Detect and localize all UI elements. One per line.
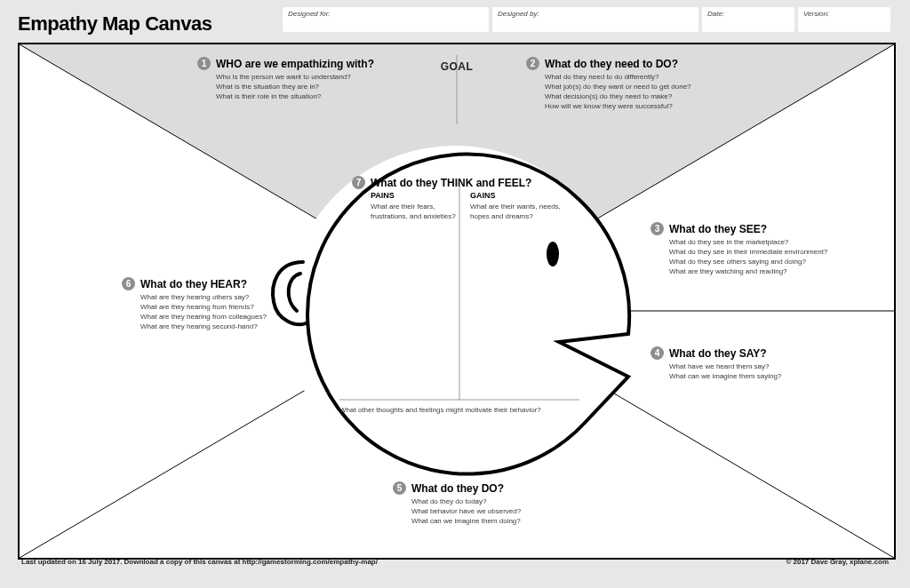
- s6-q3: What are they hearing from colleagues?: [140, 312, 317, 322]
- s6-q4: What are they hearing second-hand?: [140, 322, 317, 331]
- s7-bottom: What other thoughts and feelings might m…: [339, 405, 588, 415]
- bullet-4: 4: [651, 346, 664, 360]
- s1-q1: Who is the person we want to understand?: [216, 72, 437, 82]
- header-fields: Designed for: Designed by: Date: Version…: [283, 7, 890, 32]
- gains-heading: GAINS: [470, 191, 568, 200]
- footer-updated: Last updated on 16 July 2017. Download a…: [21, 558, 378, 566]
- s1-q3: What is their role in the situation?: [216, 91, 437, 101]
- bullet-7: 7: [352, 176, 365, 189]
- s4-q2: What can we imagine them saying?: [669, 371, 882, 381]
- section-hear: 6 What do they HEAR? What are they heari…: [122, 277, 317, 331]
- s5-q3: What can we imagine them doing?: [411, 516, 624, 526]
- bullet-3: 3: [651, 222, 664, 235]
- version-field[interactable]: Version:: [798, 7, 890, 32]
- s2-q1: What do they need to do differently?: [545, 72, 793, 82]
- s3-q4: What are they watching and reading?: [669, 266, 882, 276]
- designed-by-field[interactable]: Designed by:: [492, 7, 698, 32]
- pains-heading: PAINS: [371, 191, 459, 200]
- heading-5: What do they DO?: [411, 482, 504, 495]
- section-say: 4 What do they SAY? What have we heard t…: [651, 346, 882, 381]
- heading-7: What do they THINK and FEEL?: [371, 177, 531, 189]
- svg-point-6: [547, 242, 559, 266]
- section-see: 3 What do they SEE? What do they see in …: [651, 222, 882, 276]
- page-title: Empathy Map Canvas: [18, 12, 212, 36]
- bullet-5: 5: [393, 481, 406, 495]
- goal-label: GOAL: [441, 60, 474, 73]
- s3-q3: What do they see others saying and doing…: [669, 257, 882, 266]
- designed-for-field[interactable]: Designed for:: [283, 7, 489, 32]
- canvas-frame: GOAL 1 WHO are we empathizing with? Who …: [18, 43, 896, 560]
- section-think-feel: 7 What do they THINK and FEEL? PAINS Wha…: [352, 176, 592, 221]
- s2-q3: What decision(s) do they need to make?: [545, 91, 793, 101]
- gains-q: What are their wants, needs, hopes and d…: [470, 202, 568, 221]
- s1-q2: What is the situation they are in?: [216, 82, 437, 91]
- s2-q4: How will we know they were successful?: [545, 101, 793, 111]
- s5-q2: What behavior have we observed?: [411, 506, 624, 516]
- section-do: 5 What do they DO? What do they do today…: [393, 481, 624, 526]
- pains-q: What are their fears, frustrations, and …: [371, 202, 459, 221]
- heading-4: What do they SAY?: [669, 347, 767, 360]
- section-who: 1 WHO are we empathizing with? Who is th…: [197, 57, 437, 101]
- heading-3: What do they SEE?: [669, 223, 767, 235]
- bullet-1: 1: [197, 57, 211, 70]
- s2-q2: What job(s) do they want or need to get …: [545, 82, 793, 91]
- section-need-do: 2 What do they need to DO? What do they …: [526, 57, 793, 111]
- s4-q1: What have we heard them say?: [669, 362, 882, 371]
- s3-q1: What do they see in the marketplace?: [669, 237, 882, 247]
- date-field[interactable]: Date:: [702, 7, 794, 32]
- heading-1: WHO are we empathizing with?: [216, 58, 374, 70]
- heading-6: What do they HEAR?: [140, 278, 247, 290]
- think-feel-footnote: What other thoughts and feelings might m…: [339, 403, 588, 415]
- s6-q1: What are they hearing others say?: [140, 292, 317, 302]
- s3-q2: What do they see in their immediate envi…: [669, 247, 882, 257]
- heading-2: What do they need to DO?: [545, 58, 678, 70]
- bullet-2: 2: [526, 57, 539, 70]
- s5-q1: What do they do today?: [411, 497, 624, 506]
- s6-q2: What are they hearing from friends?: [140, 302, 317, 312]
- footer-copyright: © 2017 Dave Gray, xplane.com: [786, 558, 889, 566]
- bullet-6: 6: [122, 277, 135, 290]
